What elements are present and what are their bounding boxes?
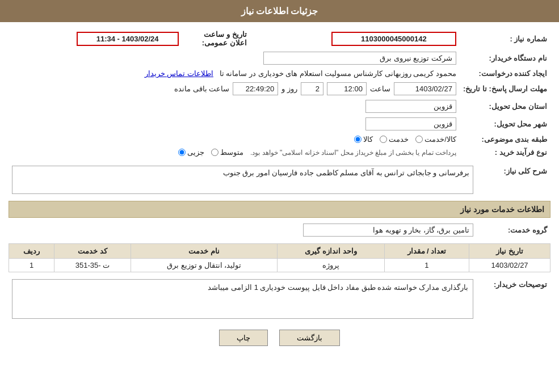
row-group: گروه خدمت: تامین برق، گاز، بخار و تهویه … (9, 221, 550, 239)
print-button[interactable]: چاپ (219, 330, 268, 346)
row-now: نوع فرآیند خرید : پرداخت تمام یا بخشی از… (9, 146, 550, 159)
radio-kala-input[interactable] (354, 136, 362, 143)
shahr-value: قزوین (365, 117, 456, 130)
mohlet-label: مهلت ارسال پاسخ: تا تاریخ: (460, 80, 550, 98)
shmare-label: شماره نیاز : (460, 28, 550, 49)
mohlet-roz-label: روز و (281, 85, 297, 93)
radio-jazii-label: جزیی (187, 148, 204, 157)
mohlet-row: 1403/02/27 ساعت 12:00 2 روز و 22:49:20 س… (12, 82, 456, 95)
row-dastgah: نام دستگاه خریدار: شرکت توزیع نیروی برق (9, 49, 550, 67)
row-shmare: شماره نیاز : 1103000045000142 تاریخ و سا… (9, 28, 550, 49)
radio-khedmat[interactable]: خدمت (380, 135, 409, 144)
page-wrapper: جزئیات اطلاعات نیاز شماره نیاز : 1103000… (0, 0, 559, 392)
radio-kala-khedmat-input[interactable] (415, 136, 423, 143)
now-tozih: پرداخت تمام یا بخشی از مبلغ خریداز محل "… (250, 149, 456, 157)
tosih-table: توصیحات خریدار: بارگذاری مدارک خواسته شد… (9, 277, 550, 321)
tosih-label: توصیحات خریدار: (477, 277, 550, 321)
row-sharh: شرح کلی نیاز: برفرسانی و جابجائی ترانس ب… (9, 163, 550, 196)
mohlet-saet-label: ساعت (370, 85, 390, 93)
ostan-label: استان محل تحویل: (460, 98, 550, 115)
tarikh-value: 1403/02/24 - 11:34 (77, 32, 179, 46)
table-cell: 1 (9, 259, 54, 272)
services-thead: تاریخ نیاز تعداد / مقدار واحد اندازه گیر… (9, 244, 550, 259)
col-vahed: واحد اندازه گیری (278, 244, 384, 259)
mohlet-mande: 22:49:20 (233, 82, 278, 95)
radio-jazii-input[interactable] (178, 149, 186, 156)
back-button[interactable]: بازگشت (279, 330, 340, 346)
col-name: نام خدمت (131, 244, 277, 259)
col-tarikh: تاریخ نیاز (469, 244, 550, 259)
radio-jazii[interactable]: جزیی (178, 148, 204, 157)
services-header-row: تاریخ نیاز تعداد / مقدار واحد اندازه گیر… (9, 244, 550, 259)
radio-kala-khedmat-label: کالا/خدمت (424, 135, 456, 144)
radio-khedmat-label: خدمت (389, 135, 409, 144)
col-code: کد خدمت (54, 244, 131, 259)
tabaqe-group: کالا/خدمت خدمت کالا (12, 135, 456, 144)
group-value: تامین برق، گاز، بخار و تهویه هوا (303, 224, 473, 237)
col-radif: ردیف (9, 244, 54, 259)
shahr-label: شهر محل تحویل: (460, 115, 550, 133)
mohlet-mande-label: ساعت باقی مانده (174, 85, 229, 93)
mohlet-saet: 12:00 (327, 82, 367, 95)
col-tedad: تعداد / مقدار (384, 244, 469, 259)
table-row: 1403/02/271پروژهتولید، انتقال و توزیع بر… (9, 259, 550, 272)
page-header: جزئیات اطلاعات نیاز (0, 0, 559, 22)
sharh-value: برفرسانی و جابجائی ترانس به آقای مسلم کا… (12, 166, 473, 194)
group-table: گروه خدمت: تامین برق، گاز، بخار و تهویه … (9, 221, 550, 239)
info-table: شماره نیاز : 1103000045000142 تاریخ و سا… (9, 28, 550, 159)
services-tbody: 1403/02/271پروژهتولید، انتقال و توزیع بر… (9, 259, 550, 272)
ejad-label: ایجاد کننده درخواست: (460, 67, 550, 80)
table-cell: 1 (384, 259, 469, 272)
mohlet-date: 1403/02/27 (394, 82, 456, 95)
tarikh-label: تاریخ و ساعت اعلان عمومی: (182, 28, 250, 49)
row-tabaqe: طبقه بندی موضوعی: کالا/خدمت خدمت کالا (9, 133, 550, 146)
table-cell: تولید، انتقال و توزیع برق (131, 259, 277, 272)
content-area: شماره نیاز : 1103000045000142 تاریخ و سا… (0, 22, 559, 360)
sharh-label: شرح کلی نیاز: (477, 163, 550, 196)
now-label: نوع فرآیند خرید : (460, 146, 550, 159)
row-ejad: ایجاد کننده درخواست: محمود کریمی روزبهان… (9, 67, 550, 80)
radio-kala-khedmat[interactable]: کالا/خدمت (415, 135, 456, 144)
shmare-value: 1103000045000142 (331, 32, 456, 46)
ejad-value: محمود کریمی روزبهانی کارشناس مسولیت استع… (220, 69, 456, 78)
services-table: تاریخ نیاز تعداد / مقدار واحد اندازه گیر… (9, 243, 550, 272)
row-tosih: توصیحات خریدار: بارگذاری مدارک خواسته شد… (9, 277, 550, 321)
sharh-table: شرح کلی نیاز: برفرسانی و جابجائی ترانس ب… (9, 163, 550, 196)
dastgah-label: نام دستگاه خریدار: (460, 49, 550, 67)
now-group: پرداخت تمام یا بخشی از مبلغ خریداز محل "… (12, 148, 456, 157)
table-cell: 1403/02/27 (469, 259, 550, 272)
tosih-value: بارگذاری مدارک خواسته شده طبق مفاد داخل … (12, 279, 473, 319)
radio-khedmat-input[interactable] (380, 136, 387, 143)
table-cell: ت -35-351 (54, 259, 131, 272)
mohlet-roz: 2 (301, 82, 323, 95)
radio-mottaset-label: متوسط (220, 148, 243, 157)
ejad-link[interactable]: اطلاعات تماس خریدار (145, 69, 213, 78)
row-shahr: شهر محل تحویل: قزوین (9, 115, 550, 133)
ostan-value: قزوین (365, 100, 456, 113)
page-title: جزئیات اطلاعات نیاز (241, 6, 318, 16)
radio-kala[interactable]: کالا (354, 135, 373, 144)
row-ostan: استان محل تحویل: قزوین (9, 98, 550, 115)
dastgah-value: شرکت توزیع نیروی برق (263, 52, 456, 65)
radio-kala-label: کالا (363, 135, 373, 144)
group-label: گروه خدمت: (477, 221, 550, 239)
khadamat-section-header: اطلاعات خدمات مورد نیاز (9, 201, 550, 218)
tabaqe-label: طبقه بندی موضوعی: (460, 133, 550, 146)
table-cell: پروژه (278, 259, 384, 272)
radio-mottaset-input[interactable] (211, 149, 218, 156)
row-mohlet: مهلت ارسال پاسخ: تا تاریخ: 1403/02/27 سا… (9, 80, 550, 98)
radio-mottaset[interactable]: متوسط (211, 148, 243, 157)
btn-bar: بازگشت چاپ (9, 330, 550, 346)
